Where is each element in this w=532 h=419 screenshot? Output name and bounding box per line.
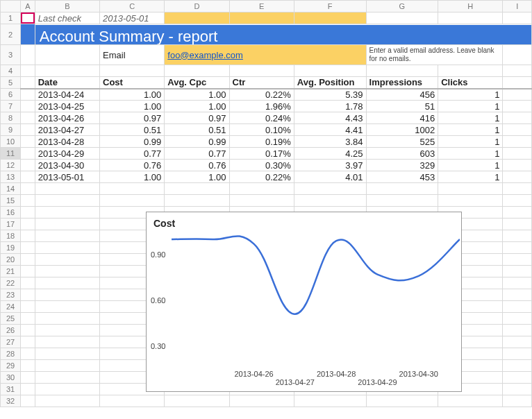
cell[interactable]: 3.84 bbox=[294, 136, 366, 148]
row-header[interactable]: 28 bbox=[1, 348, 21, 360]
cell[interactable] bbox=[165, 183, 229, 195]
cell[interactable] bbox=[165, 195, 229, 207]
cell[interactable] bbox=[438, 195, 503, 207]
cell[interactable] bbox=[503, 124, 532, 136]
cell[interactable]: Avg. Position bbox=[294, 77, 366, 89]
cell[interactable] bbox=[165, 395, 229, 407]
cell[interactable] bbox=[366, 195, 438, 207]
cell[interactable] bbox=[438, 395, 503, 407]
cell[interactable]: 2013-04-30 bbox=[35, 160, 99, 171]
row-header[interactable]: 17 bbox=[1, 219, 21, 230]
row-header[interactable]: 23 bbox=[1, 289, 21, 301]
row-header[interactable]: 14 bbox=[1, 183, 21, 195]
cell[interactable]: 2013-05-01 bbox=[35, 171, 99, 183]
cell[interactable] bbox=[503, 266, 532, 277]
cell[interactable] bbox=[503, 183, 532, 195]
cell[interactable] bbox=[21, 325, 35, 336]
cell[interactable]: 0.77 bbox=[100, 148, 165, 160]
cell[interactable] bbox=[35, 65, 99, 77]
cell[interactable]: 2013-04-24 bbox=[35, 89, 99, 101]
cell[interactable]: 4.41 bbox=[294, 124, 366, 136]
cell[interactable] bbox=[35, 254, 99, 266]
cell[interactable] bbox=[503, 207, 532, 219]
cell[interactable] bbox=[21, 136, 35, 148]
row-header[interactable]: 15 bbox=[1, 195, 21, 207]
cell[interactable] bbox=[35, 395, 99, 407]
cell[interactable] bbox=[366, 183, 438, 195]
cell[interactable]: 0.51 bbox=[165, 124, 229, 136]
cell[interactable]: 1.00 bbox=[100, 101, 165, 112]
cell[interactable] bbox=[21, 266, 35, 277]
row-header[interactable]: 31 bbox=[1, 384, 21, 395]
cell[interactable] bbox=[21, 395, 35, 407]
cell[interactable] bbox=[503, 254, 532, 266]
cell[interactable]: 603 bbox=[366, 148, 438, 160]
cell[interactable] bbox=[21, 160, 35, 171]
cell[interactable] bbox=[35, 384, 99, 395]
cell[interactable]: Avg. Cpc bbox=[165, 77, 229, 89]
cell[interactable] bbox=[503, 395, 532, 407]
cell[interactable] bbox=[229, 195, 294, 207]
cell[interactable] bbox=[503, 112, 532, 124]
cell[interactable]: 2013-04-26 bbox=[35, 112, 99, 124]
cell[interactable] bbox=[21, 207, 35, 219]
row-header[interactable]: 20 bbox=[1, 254, 21, 266]
row-header[interactable]: 19 bbox=[1, 242, 21, 254]
cell[interactable] bbox=[21, 219, 35, 230]
cell[interactable]: Ctr bbox=[229, 77, 294, 89]
cell[interactable] bbox=[21, 112, 35, 124]
cell[interactable]: Enter a valid email address. Leave blank… bbox=[366, 45, 503, 65]
row-header[interactable]: 18 bbox=[1, 230, 21, 242]
cell[interactable]: 1 bbox=[438, 148, 503, 160]
cell[interactable]: 1.00 bbox=[100, 89, 165, 101]
cell[interactable] bbox=[366, 65, 438, 77]
cell[interactable] bbox=[35, 372, 99, 384]
row-header[interactable]: 8 bbox=[1, 112, 21, 124]
cell[interactable] bbox=[503, 89, 532, 101]
cell[interactable] bbox=[503, 372, 532, 384]
row-header[interactable]: 24 bbox=[1, 301, 21, 313]
cell[interactable] bbox=[35, 348, 99, 360]
cell[interactable]: 0.99 bbox=[165, 136, 229, 148]
cell[interactable]: 2013-04-25 bbox=[35, 101, 99, 112]
cell[interactable] bbox=[21, 45, 35, 65]
cost-chart[interactable]: Cost 0.300.600.902013-04-262013-04-27201… bbox=[146, 212, 462, 392]
cell[interactable] bbox=[21, 101, 35, 112]
cell[interactable]: 1002 bbox=[366, 124, 438, 136]
cell[interactable]: 0.76 bbox=[165, 160, 229, 171]
cell[interactable] bbox=[229, 395, 294, 407]
cell[interactable] bbox=[21, 24, 35, 45]
cell[interactable]: 1 bbox=[438, 160, 503, 171]
cell[interactable] bbox=[21, 171, 35, 183]
col-header[interactable]: H bbox=[438, 1, 503, 12]
cell[interactable]: 0.76 bbox=[100, 160, 165, 171]
cell[interactable]: 1.00 bbox=[165, 89, 229, 101]
cell[interactable] bbox=[21, 372, 35, 384]
cell[interactable]: 1.96% bbox=[229, 101, 294, 112]
cell[interactable]: Cost bbox=[100, 77, 165, 89]
cell[interactable]: 329 bbox=[366, 160, 438, 171]
cell[interactable] bbox=[165, 12, 229, 24]
cell[interactable] bbox=[503, 219, 532, 230]
cell[interactable] bbox=[21, 277, 35, 289]
cell[interactable]: 416 bbox=[366, 112, 438, 124]
col-header[interactable]: E bbox=[229, 1, 294, 12]
cell[interactable]: 1.00 bbox=[165, 101, 229, 112]
cell[interactable] bbox=[503, 45, 532, 65]
cell[interactable] bbox=[438, 65, 503, 77]
cell[interactable] bbox=[21, 195, 35, 207]
cell[interactable] bbox=[21, 242, 35, 254]
cell[interactable] bbox=[21, 77, 35, 89]
cell[interactable]: 525 bbox=[366, 136, 438, 148]
cell[interactable] bbox=[503, 195, 532, 207]
row-header[interactable]: 9 bbox=[1, 124, 21, 136]
cell[interactable] bbox=[100, 395, 165, 407]
cell[interactable]: 51 bbox=[366, 101, 438, 112]
cell[interactable] bbox=[21, 348, 35, 360]
row-header[interactable]: 6 bbox=[1, 89, 21, 101]
cell[interactable] bbox=[503, 325, 532, 336]
row-header[interactable]: 12 bbox=[1, 160, 21, 171]
cell[interactable] bbox=[229, 65, 294, 77]
cell[interactable] bbox=[503, 360, 532, 372]
row-header[interactable]: 5 bbox=[1, 77, 21, 89]
